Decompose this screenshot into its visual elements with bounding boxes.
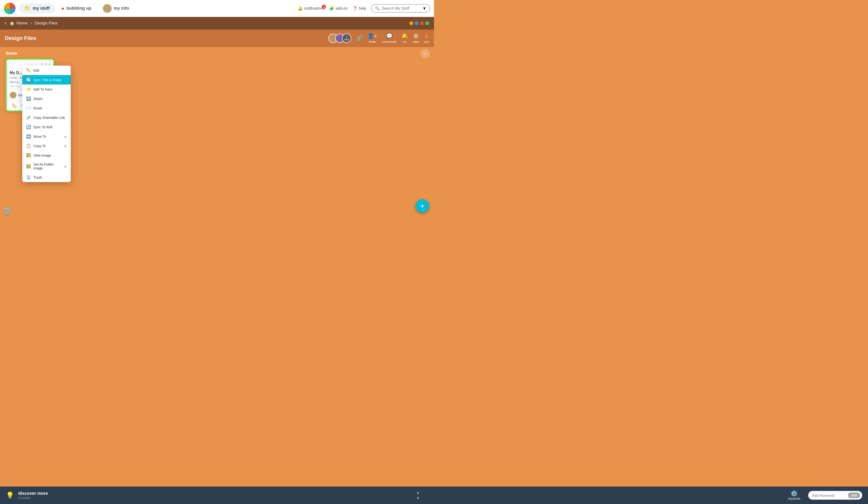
ctx-sync-roll-label: Sync To Roll — [33, 125, 52, 129]
sync-title-icon: 🔄 — [26, 77, 31, 82]
breadcrumb: 🏠 Home — [9, 21, 27, 26]
add-fab-button[interactable]: + — [416, 199, 429, 213]
edit-icon: ✏️ — [26, 68, 31, 73]
ctx-view-image[interactable]: 🖼️ View Image — [22, 150, 71, 160]
move-to-arrow: ▶ — [65, 135, 67, 138]
set-folder-icon: 🖼️ — [26, 164, 31, 169]
star-button[interactable]: ☆ — [421, 49, 430, 59]
breadcrumb-home[interactable]: Home — [17, 21, 27, 26]
dot-yellow — [409, 21, 413, 25]
ctx-move-to-label: Move To — [33, 135, 46, 138]
ctx-share[interactable]: ↗️ Share — [22, 94, 71, 103]
breadcrumb-separator: › — [31, 21, 32, 26]
nav-tab-my-stuff[interactable]: 📁 my stuff — [19, 3, 54, 13]
top-nav: 📁 my stuff ● bubbling up my info 1 🔔 not… — [0, 0, 434, 17]
search-bar[interactable]: 🔍 ▼ — [371, 4, 430, 13]
ctx-add-favs[interactable]: ⭐ Add To Favs — [22, 84, 71, 94]
ctx-view-image-label: View Image — [33, 154, 51, 157]
nav-tab-my-info-label: my info — [114, 6, 129, 11]
my-stuff-icon: 📁 — [24, 5, 31, 12]
ctx-trash[interactable]: 🗑️ Trash — [22, 172, 71, 182]
view-image-icon: 🖼️ — [26, 153, 31, 158]
card-wrapper: • • • My D... Creat... bublu... docs.g..… — [6, 59, 54, 111]
card-user-avatar — [10, 92, 17, 98]
bell-toolbar-icon: 🔔 — [401, 33, 408, 39]
ctx-trash-label: Trash — [33, 176, 42, 179]
notifications-button[interactable]: 1 🔔 notifications — [298, 6, 325, 11]
ctx-share-label: Share — [33, 97, 42, 101]
nav-tab-my-info[interactable]: my info — [98, 2, 134, 15]
dot-red — [420, 21, 424, 25]
view-button[interactable]: ⊞ view — [413, 33, 419, 44]
ctx-copy-to-label: Copy To — [33, 144, 46, 148]
toolbar: Design Files 2 total 🔗 👤+ invite 💬 comme… — [0, 30, 434, 47]
on-button[interactable]: 🔔 on — [401, 33, 408, 44]
help-button[interactable]: ❓ help — [353, 6, 366, 11]
view-icon: ⊞ — [414, 33, 418, 39]
copy-link-icon: 🔗 — [26, 115, 31, 120]
ctx-email[interactable]: ✉️ Email — [22, 103, 71, 113]
ctx-edit-label: Edit — [33, 69, 39, 72]
comments-button[interactable]: 💬 comments — [382, 33, 396, 44]
logo — [4, 3, 16, 14]
toolbar-right: 2 total 🔗 👤+ invite 💬 comments 🔔 on ⊞ vi… — [328, 33, 429, 44]
invite-icon: 👤+ — [368, 33, 377, 39]
email-icon: ✉️ — [26, 106, 31, 111]
ctx-sync-title-label: Sync Title & Image — [33, 78, 62, 82]
sort-icon: ↕️ — [425, 33, 428, 39]
notification-badge: 1 — [322, 4, 326, 9]
trash-sidebar-icon[interactable]: 🗑️ — [3, 207, 11, 215]
my-info-avatar — [103, 4, 112, 13]
avatar-group: 2 total — [328, 34, 351, 43]
bubbling-up-icon: ● — [61, 5, 64, 12]
ctx-copy-link[interactable]: 🔗 Copy Shareable Link — [22, 113, 71, 122]
sort-button[interactable]: ↕️ sort — [424, 33, 429, 44]
ctx-sync-title[interactable]: 🔄 Sync Title & Image — [22, 75, 71, 84]
help-icon: ❓ — [353, 6, 358, 11]
home-icon: 🏠 — [9, 21, 14, 26]
total-badge: 2 total — [342, 34, 351, 43]
nav-tab-my-stuff-label: my stuff — [33, 6, 50, 11]
nav-right: 1 🔔 notifications 🧩 add-on ❓ help 🔍 ▼ — [298, 4, 430, 13]
copy-to-icon: 📋 — [26, 144, 31, 148]
dot-blue — [415, 21, 418, 25]
main-content: items • • • My D... Creat... bublu... do… — [0, 47, 434, 234]
set-folder-arrow: ▶ — [65, 165, 67, 168]
sort-label: sort — [424, 40, 429, 44]
addon-button[interactable]: 🧩 add-on — [329, 6, 348, 11]
link-icon: 🔗 — [356, 35, 363, 41]
total-count: 2 — [346, 35, 348, 39]
ctx-add-favs-label: Add To Favs — [33, 87, 52, 91]
dot-green — [425, 21, 429, 25]
ctx-copy-to[interactable]: 📋 Copy To ▶ — [22, 141, 71, 150]
search-dropdown-icon[interactable]: ▼ — [422, 6, 426, 11]
breadcrumb-current: Design Files — [35, 21, 58, 26]
ctx-sync-roll[interactable]: 🔄 Sync To Roll — [22, 122, 71, 132]
copy-to-arrow: ▶ — [65, 144, 67, 148]
breadcrumb-bar: ‹ 🏠 Home › Design Files — [0, 17, 434, 30]
comments-label: comments — [382, 40, 396, 44]
help-label: help — [359, 6, 366, 11]
bell-icon: 🔔 — [298, 6, 303, 11]
back-button[interactable]: ‹ — [5, 20, 7, 27]
ctx-set-folder[interactable]: 🖼️ Set As Folder Image ▶ — [22, 160, 71, 172]
ctx-email-label: Email — [33, 106, 42, 110]
favs-icon: ⭐ — [26, 87, 31, 92]
nav-tab-bubbling-up[interactable]: ● bubbling up — [56, 3, 96, 13]
ctx-move-to[interactable]: ➡️ Move To ▶ — [22, 132, 71, 141]
addon-label: add-on — [336, 6, 348, 11]
search-input[interactable] — [382, 6, 421, 11]
tag-action-icon[interactable]: 🏷️ — [11, 103, 17, 108]
comments-icon: 💬 — [386, 33, 393, 39]
invite-button[interactable]: 👤+ invite — [368, 33, 377, 44]
ctx-set-folder-label: Set As Folder Image — [33, 162, 62, 170]
move-to-icon: ➡️ — [26, 134, 31, 139]
on-label: on — [403, 40, 406, 44]
link-icon-btn[interactable]: 🔗 — [356, 35, 363, 41]
dot-row — [409, 21, 429, 25]
invite-label: invite — [369, 40, 376, 44]
addon-icon: 🧩 — [329, 6, 334, 11]
ctx-edit[interactable]: ✏️ Edit — [22, 66, 71, 75]
total-label: total — [344, 39, 349, 41]
search-icon: 🔍 — [375, 6, 380, 11]
